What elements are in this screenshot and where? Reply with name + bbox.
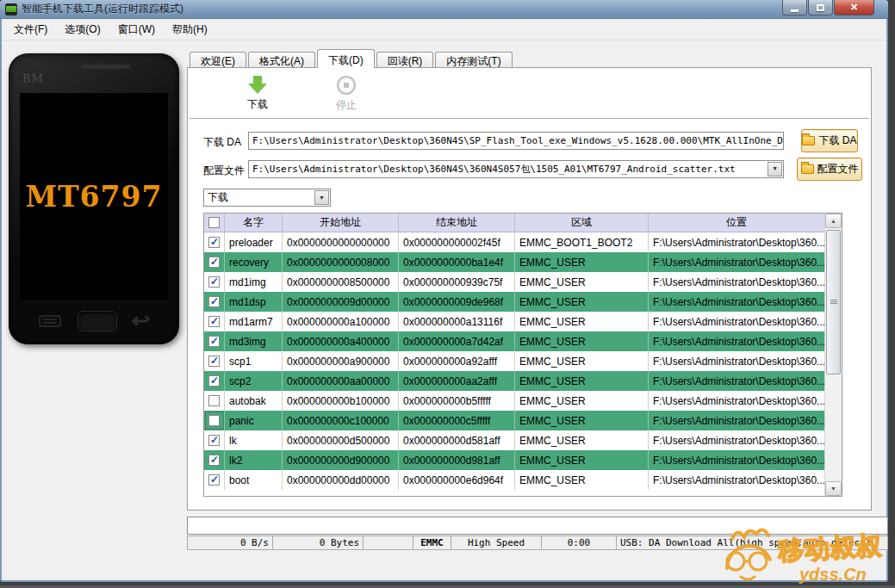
cell-location: F:\Users\Administrator\Desktop\360...	[649, 411, 824, 430]
cell-name: lk	[225, 430, 283, 450]
cell-name: md1img	[225, 272, 283, 292]
cell-start-address: 0x0000000008500000	[283, 272, 399, 292]
cell-start-address: 0x000000000a900000	[283, 351, 399, 371]
cell-name: lk2	[225, 450, 283, 470]
table-row[interactable]: lk20x000000000d9000000x000000000d981affE…	[204, 450, 824, 470]
table-row[interactable]: autobak0x000000000b1000000x000000000b5ff…	[204, 391, 824, 411]
status-blank	[364, 535, 413, 550]
cell-name: recovery	[225, 252, 283, 272]
row-checkbox[interactable]	[204, 292, 225, 312]
scatter-browse-button[interactable]: 配置文件	[797, 158, 862, 181]
select-all-checkbox[interactable]	[204, 214, 225, 232]
table-row[interactable]: md1arm70x000000000a1000000x000000000a131…	[204, 312, 824, 331]
cell-region: EMMC_USER	[515, 391, 649, 411]
phone-preview: BM MT6797 ↩	[9, 53, 179, 344]
row-checkbox[interactable]	[204, 470, 225, 490]
table-row[interactable]: preloader0x00000000000000000x00000000000…	[204, 232, 824, 252]
cell-end-address: 0x000000000939c75f	[399, 272, 515, 292]
da-browse-button[interactable]: 下载 DA	[801, 129, 858, 152]
download-button[interactable]: 下载	[233, 76, 283, 112]
cell-location: F:\Users\Administrator\Desktop\360...	[649, 331, 824, 351]
table-row[interactable]: md1img0x00000000085000000x000000000939c7…	[204, 272, 824, 292]
tab-welcome[interactable]: 欢迎(E)	[190, 52, 246, 68]
app-icon	[5, 3, 17, 15]
row-checkbox[interactable]	[204, 312, 225, 331]
row-checkbox[interactable]	[204, 252, 225, 272]
cell-location: F:\Users\Administrator\Desktop\360...	[649, 292, 824, 312]
header-location[interactable]: 位置	[649, 214, 824, 232]
cell-location: F:\Users\Administrator\Desktop\360...	[649, 450, 824, 470]
table-scrollbar[interactable]: ▲ ▼	[824, 214, 842, 496]
table-row[interactable]: md1dsp0x0000000009d000000x0000000009de96…	[204, 292, 824, 312]
cell-location: F:\Users\Administrator\Desktop\360...	[649, 391, 824, 411]
cell-start-address: 0x0000000000000000	[283, 232, 399, 252]
phone-screen: MT6797	[20, 93, 168, 300]
row-checkbox[interactable]	[204, 371, 225, 391]
row-checkbox[interactable]	[204, 351, 225, 371]
cell-name: md3img	[225, 331, 283, 351]
table-row[interactable]: lk0x000000000d5000000x000000000d581affEM…	[204, 430, 824, 450]
folder-icon	[801, 164, 814, 174]
menu-window[interactable]: 窗口(W)	[109, 20, 164, 40]
tab-memory-test[interactable]: 内存测试(T)	[435, 52, 512, 68]
cell-start-address: 0x0000000000008000	[283, 252, 399, 272]
tab-readback[interactable]: 回读(R)	[376, 52, 434, 68]
table-header: 名字 开始地址 结束地址 区域 位置	[204, 214, 824, 232]
menu-options[interactable]: 选项(O)	[56, 20, 109, 40]
tab-format[interactable]: 格式化(A)	[248, 52, 315, 68]
header-end-address[interactable]: 结束地址	[399, 214, 515, 232]
desktop: { "window": { "title": "智能手机下载工具(运行时跟踪模式…	[0, 0, 895, 588]
table-row[interactable]: recovery0x00000000000080000x0000000000ba…	[204, 252, 824, 272]
row-checkbox[interactable]	[204, 391, 225, 411]
scatter-file-combobox[interactable]: F:\Users\Administrator\Desktop\360N4S\36…	[248, 160, 784, 178]
cell-location: F:\Users\Administrator\Desktop\360...	[649, 470, 824, 490]
cell-location: F:\Users\Administrator\Desktop\360...	[649, 232, 824, 252]
cell-end-address: 0x000000000002f45f	[399, 232, 515, 252]
scrollbar-thumb[interactable]	[826, 230, 841, 374]
cell-start-address: 0x000000000d500000	[283, 430, 399, 450]
cell-end-address: 0x000000000a92afff	[399, 351, 515, 371]
close-button[interactable]: ✕	[834, 0, 874, 15]
row-checkbox[interactable]	[204, 450, 225, 470]
table-row[interactable]: md3img0x000000000a4000000x000000000a7d42…	[204, 331, 824, 351]
scatter-label: 配置文件	[203, 164, 245, 178]
status-time: 0:00	[542, 535, 617, 550]
row-checkbox[interactable]	[204, 331, 225, 351]
menu-file[interactable]: 文件(F)	[5, 20, 56, 40]
minimize-icon	[791, 9, 799, 12]
tab-download[interactable]: 下载(D)	[317, 49, 375, 68]
table-row[interactable]: scp10x000000000a9000000x000000000a92afff…	[204, 351, 824, 371]
download-mode-select[interactable]: 下载 ▼	[203, 189, 331, 207]
menu-help[interactable]: 帮助(H)	[164, 20, 216, 40]
cell-location: F:\Users\Administrator\Desktop\360...	[649, 272, 824, 292]
chevron-down-icon[interactable]: ▼	[314, 190, 329, 205]
table-row[interactable]: boot0x000000000dd000000x000000000e6d964f…	[204, 470, 824, 490]
row-checkbox[interactable]	[204, 411, 225, 430]
download-button-label: 下载	[233, 97, 283, 112]
cell-end-address: 0x0000000009de968f	[399, 292, 515, 312]
minimize-button[interactable]	[782, 0, 807, 15]
chevron-down-icon[interactable]: ▼	[768, 162, 782, 176]
cell-name: md1dsp	[225, 292, 283, 312]
row-checkbox[interactable]	[204, 430, 225, 450]
cell-region: EMMC_USER	[515, 411, 649, 430]
cell-end-address: 0x000000000d581aff	[399, 430, 515, 450]
stop-button[interactable]: 停止	[321, 76, 371, 113]
title-bar[interactable]: 智能手机下载工具(运行时跟踪模式) ✕	[0, 0, 888, 19]
da-path-input[interactable]: F:\Users\Administrator\Desktop\360N4S\SP…	[248, 132, 784, 150]
row-checkbox[interactable]	[204, 232, 225, 252]
scroll-up-icon[interactable]: ▲	[825, 214, 842, 228]
header-region[interactable]: 区域	[515, 214, 649, 232]
maximize-button[interactable]	[808, 0, 833, 15]
stop-icon	[337, 76, 356, 95]
scroll-down-icon[interactable]: ▼	[825, 481, 842, 496]
cell-region: EMMC_USER	[515, 371, 649, 391]
header-start-address[interactable]: 开始地址	[283, 214, 399, 232]
cell-start-address: 0x000000000a100000	[283, 312, 399, 331]
da-browse-label: 下载 DA	[818, 133, 856, 148]
row-checkbox[interactable]	[204, 272, 225, 292]
table-row[interactable]: panic0x000000000c1000000x000000000c5ffff…	[204, 411, 824, 430]
header-name[interactable]: 名字	[225, 214, 283, 232]
cell-start-address: 0x000000000a400000	[283, 331, 399, 351]
table-row[interactable]: scp20x000000000aa000000x000000000aa2afff…	[204, 371, 824, 391]
